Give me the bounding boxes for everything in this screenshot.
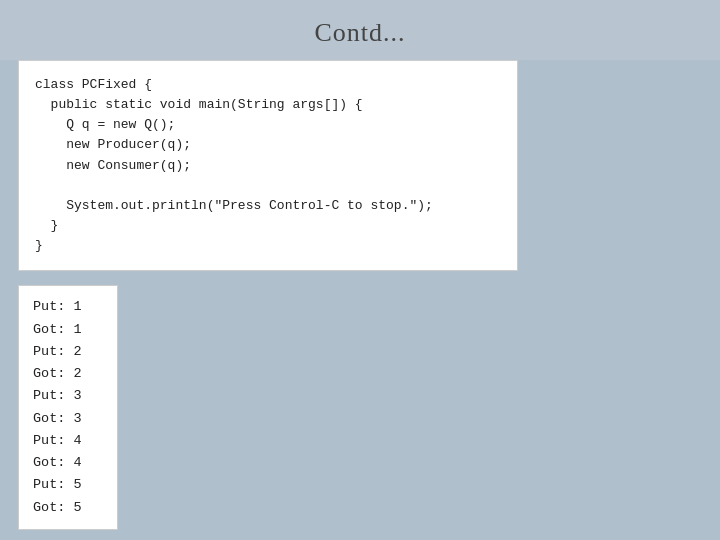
code-line: class PCFixed {: [35, 75, 501, 95]
output-line: Put: 3: [33, 385, 103, 407]
page-title: Contd...: [314, 18, 405, 47]
title-area: Contd...: [0, 0, 720, 60]
output-line: Got: 3: [33, 408, 103, 430]
page-container: Contd... class PCFixed { public static v…: [0, 0, 720, 540]
code-block: class PCFixed { public static void main(…: [18, 60, 518, 271]
output-line: Got: 2: [33, 363, 103, 385]
output-line: Got: 5: [33, 497, 103, 519]
code-line: }: [35, 216, 501, 236]
code-line: new Consumer(q);: [35, 156, 501, 176]
code-line: Q q = new Q();: [35, 115, 501, 135]
output-line: Got: 4: [33, 452, 103, 474]
output-block: Put: 1Got: 1Put: 2Got: 2Put: 3Got: 3Put:…: [18, 285, 118, 530]
code-line: [35, 176, 501, 196]
output-line: Put: 5: [33, 474, 103, 496]
code-line: }: [35, 236, 501, 256]
output-line: Put: 2: [33, 341, 103, 363]
output-line: Got: 1: [33, 319, 103, 341]
code-line: public static void main(String args[]) {: [35, 95, 501, 115]
output-line: Put: 4: [33, 430, 103, 452]
code-line: System.out.println("Press Control-C to s…: [35, 196, 501, 216]
output-line: Put: 1: [33, 296, 103, 318]
code-line: new Producer(q);: [35, 135, 501, 155]
